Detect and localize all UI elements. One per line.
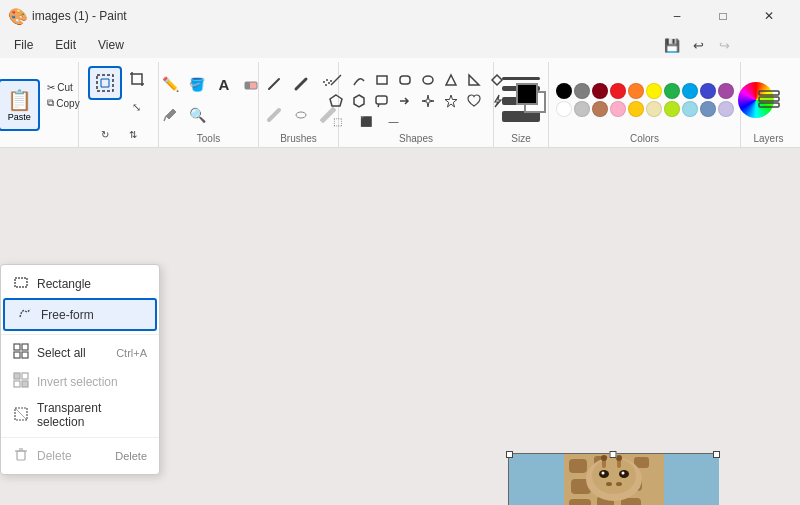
swatch-lightgray[interactable] — [574, 101, 590, 117]
swatch-cyan[interactable] — [682, 83, 698, 99]
delete-shortcut: Delete — [115, 450, 147, 462]
handle-topleft[interactable] — [506, 451, 513, 458]
dropdown-transpsel[interactable]: Transparent selection — [1, 396, 159, 434]
color1-box[interactable] — [516, 83, 538, 105]
quick-access-toolbar: 💾 ↩ ↪ — [660, 33, 736, 57]
swatch-orange[interactable] — [628, 83, 644, 99]
close-button[interactable]: ✕ — [746, 0, 792, 32]
swatch-green[interactable] — [664, 83, 680, 99]
dropdown-rectangle[interactable]: Rectangle — [1, 269, 159, 298]
swatch-gray[interactable] — [574, 83, 590, 99]
pencil-tool[interactable]: ✏️ — [155, 69, 185, 99]
swatch-black[interactable] — [556, 83, 572, 99]
rounded-rect-shape[interactable] — [394, 70, 416, 90]
pentagon-shape[interactable] — [325, 91, 347, 111]
resize-button[interactable]: ⤡ — [124, 94, 150, 120]
curve-shape[interactable] — [348, 70, 370, 90]
swatch-cream[interactable] — [646, 101, 662, 117]
minimize-button[interactable]: – — [654, 0, 700, 32]
magnifier-tool[interactable]: 🔍 — [182, 100, 212, 130]
svg-rect-64 — [22, 381, 28, 387]
star5-shape[interactable] — [440, 91, 462, 111]
handle-topright[interactable] — [713, 451, 720, 458]
colors-label: Colors — [630, 133, 659, 147]
swatch-yellow[interactable] — [646, 83, 662, 99]
color-swatches — [556, 83, 734, 117]
brush2[interactable] — [286, 69, 316, 99]
fill-tool[interactable]: 🪣 — [182, 69, 212, 99]
svg-rect-0 — [97, 75, 113, 91]
swatch-purple[interactable] — [718, 83, 734, 99]
swatch-lightblue[interactable] — [700, 101, 716, 117]
brush4[interactable] — [259, 100, 289, 130]
copy-button[interactable]: ⧉ Copy — [43, 96, 83, 110]
menu-edit[interactable]: Edit — [45, 36, 86, 54]
redo-button[interactable]: ↪ — [712, 33, 736, 57]
swatch-red[interactable] — [610, 83, 626, 99]
cut-icon: ✂ — [47, 82, 55, 93]
brush1[interactable] — [259, 69, 289, 99]
layers-content — [755, 64, 783, 133]
svg-rect-23 — [759, 103, 779, 107]
svg-rect-59 — [14, 352, 20, 358]
rect-shape[interactable] — [371, 70, 393, 90]
swatch-darkred[interactable] — [592, 83, 608, 99]
swatch-pink[interactable] — [610, 101, 626, 117]
swatch-lime[interactable] — [664, 101, 680, 117]
text-tool[interactable]: A — [209, 69, 239, 99]
menu-file[interactable]: File — [4, 36, 43, 54]
hexagon-shape[interactable] — [348, 91, 370, 111]
dropdown-selectall-label: Select all — [37, 346, 86, 360]
brush5[interactable] — [286, 100, 316, 130]
right-triangle-shape[interactable] — [463, 70, 485, 90]
outline-btn[interactable]: ⬚ — [325, 113, 351, 129]
arrow-shape[interactable] — [394, 91, 416, 111]
eyedropper-tool[interactable] — [155, 100, 185, 130]
transpsel-icon — [13, 406, 29, 425]
tools-content: ✏️ 🪣 A 🔍 — [155, 64, 262, 133]
swatch-brown[interactable] — [592, 101, 608, 117]
handle-topmid[interactable] — [610, 451, 617, 458]
flip-button[interactable]: ⇅ — [120, 124, 146, 144]
tools-grid: ✏️ 🪣 A 🔍 — [155, 69, 262, 130]
color-selectors — [516, 83, 550, 117]
heart-shape[interactable] — [463, 91, 485, 111]
shapes-content: ⬚ ⬛ — — [325, 64, 508, 133]
svg-point-51 — [616, 482, 622, 486]
undo-button[interactable]: ↩ — [686, 33, 710, 57]
line-shape[interactable] — [325, 70, 347, 90]
shapes-group: ⬚ ⬛ — Shapes — [339, 62, 494, 147]
giraffe-image-container[interactable] — [508, 453, 718, 505]
ellipse-shape[interactable] — [417, 70, 439, 90]
oil-brush-icon — [266, 107, 282, 123]
menubar: File Edit View 💾 ↩ ↪ — [0, 32, 800, 58]
svg-rect-26 — [569, 459, 587, 473]
maximize-button[interactable]: □ — [700, 0, 746, 32]
dropdown-freeform-label: Free-form — [41, 308, 94, 322]
linewidth-btn[interactable]: — — [381, 113, 407, 129]
dropdown-freeform[interactable]: Free-form — [3, 298, 157, 331]
swatch-lavender[interactable] — [718, 101, 734, 117]
paste-button[interactable]: 📋 Paste — [0, 79, 40, 131]
rotate-button[interactable]: ↻ — [92, 124, 118, 144]
layers-button[interactable] — [755, 83, 783, 116]
menu-view[interactable]: View — [88, 36, 134, 54]
crop-button[interactable] — [124, 66, 150, 92]
swatch-lightyellow[interactable] — [628, 101, 644, 117]
swatch-white[interactable] — [556, 101, 572, 117]
fill-btn[interactable]: ⬛ — [353, 113, 379, 129]
speech-bubble-shape[interactable] — [371, 91, 393, 111]
rectangle-icon — [13, 274, 29, 293]
cut-button[interactable]: ✂ Cut — [43, 81, 83, 94]
swatch-lightcyan[interactable] — [682, 101, 698, 117]
triangle-shape[interactable] — [440, 70, 462, 90]
star4-shape[interactable] — [417, 91, 439, 111]
ribbon: 📋 Paste ✂ Cut ⧉ Copy — [0, 58, 800, 148]
save-button[interactable]: 💾 — [660, 33, 684, 57]
svg-point-55 — [616, 455, 622, 461]
dropdown-selectall[interactable]: Select all Ctrl+A — [1, 338, 159, 367]
swatch-blue[interactable] — [700, 83, 716, 99]
select-button[interactable] — [88, 66, 122, 100]
svg-point-13 — [423, 76, 433, 84]
canvas-area[interactable]: Rectangle Free-form Select all Ctrl+A — [0, 148, 800, 505]
